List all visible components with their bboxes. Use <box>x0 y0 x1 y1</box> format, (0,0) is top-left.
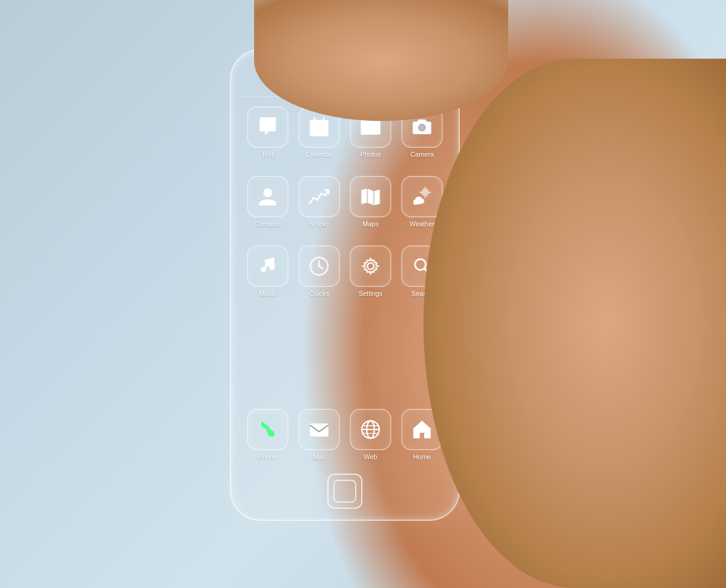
person-icon <box>257 186 279 207</box>
cloud-sun-icon <box>411 186 433 207</box>
svg-rect-1 <box>310 120 329 125</box>
mail-icon <box>309 419 330 440</box>
app-stocks-label: Stocks <box>309 220 329 227</box>
gear-icon <box>360 255 382 277</box>
svg-rect-26 <box>265 260 266 269</box>
app-clocks-icon-box[interactable] <box>299 246 340 287</box>
svg-point-19 <box>422 189 430 197</box>
svg-point-13 <box>364 122 368 126</box>
app-text-icon-box[interactable] <box>247 106 289 148</box>
svg-rect-27 <box>273 258 275 267</box>
calendar-icon <box>309 116 330 138</box>
chat-icon <box>257 116 279 138</box>
app-settings-label: Settings <box>359 290 383 297</box>
home-button-inner <box>333 480 356 503</box>
app-maps-icon-box[interactable] <box>350 176 391 217</box>
svg-rect-7 <box>322 127 324 129</box>
app-contacts-label: Contacts <box>255 220 281 227</box>
svg-point-32 <box>367 263 374 270</box>
app-weather-label: Weather <box>410 220 434 227</box>
svg-rect-5 <box>315 127 318 129</box>
app-settings-icon-box[interactable] <box>350 246 391 287</box>
app-clocks[interactable]: Clocks <box>295 243 344 309</box>
app-dock: Phone Mail Web <box>244 409 446 460</box>
app-contacts[interactable]: Contacts <box>244 173 292 240</box>
app-settings[interactable]: Settings <box>347 243 395 309</box>
app-text-label: Text <box>261 151 273 158</box>
svg-rect-6 <box>319 127 321 129</box>
dock-phone-icon-box[interactable] <box>247 409 289 450</box>
dock-mail-label: Mail <box>313 453 325 460</box>
svg-rect-2 <box>314 117 316 122</box>
app-weather-icon-box[interactable] <box>402 176 443 217</box>
phone-icon <box>257 419 279 440</box>
app-text[interactable]: Text <box>244 103 292 170</box>
app-contacts-icon-box[interactable] <box>247 176 289 217</box>
chart-icon <box>309 186 330 207</box>
clock-icon <box>309 255 330 277</box>
svg-rect-4 <box>312 127 315 129</box>
dock-phone-label: Phone <box>258 453 278 460</box>
svg-rect-42 <box>420 433 424 438</box>
app-stocks[interactable]: Stocks <box>295 173 344 240</box>
app-maps-label: Maps <box>362 220 379 227</box>
app-grid: Text Calendar <box>244 103 446 309</box>
hand-palm <box>424 59 726 588</box>
svg-point-16 <box>263 189 272 197</box>
svg-point-15 <box>420 125 424 129</box>
app-music-label: Music <box>259 290 276 297</box>
app-clocks-label: Clocks <box>309 290 329 297</box>
dock-phone[interactable]: Phone <box>244 409 292 460</box>
svg-rect-10 <box>319 131 321 133</box>
hand-fingers-top <box>254 0 508 121</box>
music-icon <box>257 255 279 277</box>
svg-rect-8 <box>312 131 315 133</box>
map-icon <box>360 186 382 207</box>
dock-mail-icon-box[interactable] <box>299 409 340 450</box>
dock-web-icon-box[interactable] <box>350 409 391 450</box>
app-camera-label: Camera <box>410 151 434 158</box>
app-music[interactable]: Music <box>244 243 292 309</box>
app-maps[interactable]: Maps <box>347 173 395 240</box>
app-stocks-icon-box[interactable] <box>299 176 340 217</box>
home-button[interactable] <box>327 474 362 509</box>
dock-home-label: Home <box>413 453 431 460</box>
globe-icon <box>360 419 382 440</box>
dock-web[interactable]: Web <box>347 409 395 460</box>
svg-rect-35 <box>310 423 329 437</box>
svg-rect-3 <box>323 117 325 122</box>
app-music-icon-box[interactable] <box>247 246 289 287</box>
svg-point-31 <box>318 265 321 267</box>
dock-web-label: Web <box>364 453 377 460</box>
camera-icon <box>411 116 433 138</box>
dock-mail[interactable]: Mail <box>295 409 344 460</box>
app-photos-label: Photos <box>360 151 381 158</box>
app-calendar-label: Calendar <box>306 151 333 158</box>
house-icon <box>411 419 433 440</box>
svg-rect-9 <box>315 131 318 133</box>
